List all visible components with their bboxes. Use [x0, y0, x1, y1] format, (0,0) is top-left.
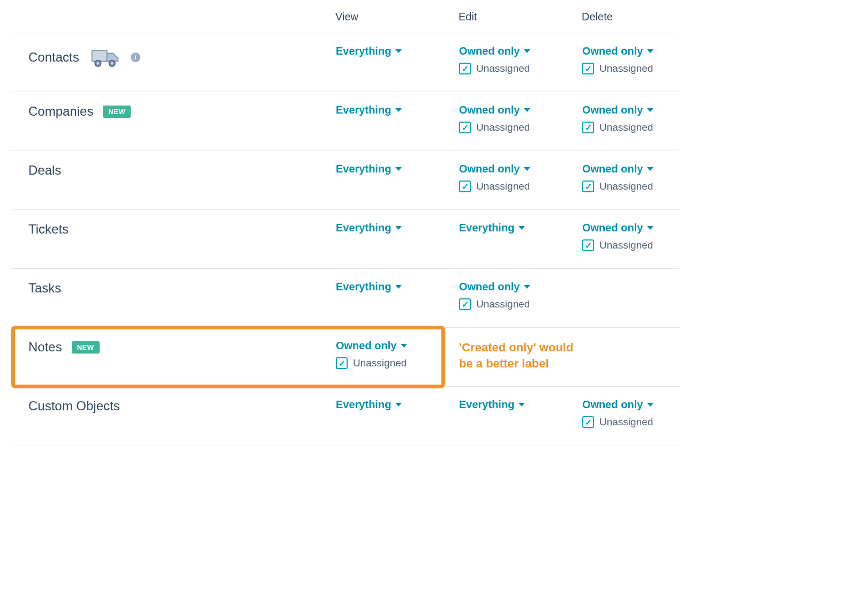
- caret-down-icon: [518, 403, 525, 407]
- delete-unassigned-option: ✓ Unassigned: [582, 416, 691, 428]
- dropdown-label: Owned only: [459, 163, 520, 175]
- delete-permission-dropdown[interactable]: Owned only: [582, 222, 691, 234]
- view-permission-dropdown[interactable]: Everything: [336, 45, 456, 57]
- checkbox-icon[interactable]: ✓: [582, 416, 594, 428]
- permissions-table: View Edit Delete Contacts i Everything O…: [11, 11, 680, 446]
- checkbox-label: Unassigned: [476, 63, 530, 74]
- delete-permission-dropdown[interactable]: Owned only: [582, 104, 691, 116]
- row-label-cell: CompaniesNEW: [11, 104, 333, 119]
- view-permission-dropdown[interactable]: Everything: [336, 281, 456, 293]
- caret-down-icon: [524, 49, 530, 53]
- delete-unassigned-option: ✓ Unassigned: [582, 63, 691, 74]
- caret-down-icon: [395, 226, 402, 230]
- checkbox-label: Unassigned: [476, 181, 530, 192]
- view-cell: Everything: [333, 399, 456, 411]
- checkbox-icon[interactable]: ✓: [459, 63, 471, 74]
- caret-down-icon: [518, 226, 525, 230]
- delete-cell: Owned only ✓ Unassigned: [579, 399, 691, 428]
- edit-unassigned-option: ✓ Unassigned: [459, 63, 579, 74]
- checkbox-icon[interactable]: ✓: [459, 181, 471, 192]
- caret-down-icon: [647, 108, 653, 112]
- new-badge: NEW: [103, 106, 131, 118]
- svg-point-4: [111, 62, 114, 65]
- edit-permission-dropdown[interactable]: Owned only: [459, 163, 579, 175]
- table-row: Tasks Everything Owned only ✓ Unassigned: [11, 269, 680, 328]
- dropdown-label: Owned only: [582, 45, 643, 57]
- column-header-delete: Delete: [578, 11, 691, 23]
- table-row: Deals Everything Owned only ✓ Unassigned…: [11, 151, 680, 210]
- delete-unassigned-option: ✓ Unassigned: [582, 122, 691, 133]
- checkbox-icon[interactable]: ✓: [582, 63, 594, 74]
- caret-down-icon: [395, 108, 402, 112]
- edit-unassigned-option: ✓ Unassigned: [459, 181, 579, 192]
- object-name: Custom Objects: [28, 399, 120, 414]
- checkbox-label: Unassigned: [599, 416, 653, 428]
- delete-unassigned-option: ✓ Unassigned: [582, 181, 691, 192]
- edit-cell: Everything: [456, 399, 579, 411]
- checkbox-label: Unassigned: [599, 181, 653, 192]
- delete-permission-dropdown[interactable]: Owned only: [582, 399, 691, 411]
- edit-permission-dropdown[interactable]: Everything: [459, 222, 579, 234]
- edit-cell: Owned only ✓ Unassigned: [456, 45, 579, 74]
- checkbox-label: Unassigned: [476, 298, 530, 310]
- checkbox-label: Unassigned: [599, 63, 653, 74]
- view-permission-dropdown[interactable]: Everything: [336, 399, 456, 411]
- caret-down-icon: [647, 49, 653, 53]
- truck-icon: [89, 45, 121, 70]
- dropdown-label: Everything: [336, 45, 391, 57]
- caret-down-icon: [647, 403, 653, 407]
- caret-down-icon: [395, 49, 402, 53]
- svg-point-2: [96, 62, 99, 65]
- column-header-view: View: [332, 11, 455, 23]
- caret-down-icon: [524, 285, 530, 289]
- caret-down-icon: [395, 285, 402, 289]
- delete-permission-dropdown[interactable]: Owned only: [582, 45, 691, 57]
- edit-permission-dropdown[interactable]: Owned only: [459, 45, 579, 57]
- dropdown-label: Everything: [459, 222, 514, 234]
- table-row: NotesNEW Owned only ✓ Unassigned 'Create…: [11, 328, 680, 387]
- edit-permission-dropdown[interactable]: Owned only: [459, 104, 579, 116]
- view-permission-dropdown[interactable]: Everything: [336, 163, 456, 175]
- checkbox-icon[interactable]: ✓: [582, 122, 594, 133]
- row-label-cell: Deals: [11, 163, 333, 178]
- checkbox-icon[interactable]: ✓: [336, 357, 348, 369]
- view-permission-dropdown[interactable]: Everything: [336, 104, 456, 116]
- row-label-cell: NotesNEW: [11, 340, 333, 355]
- checkbox-label: Unassigned: [599, 239, 653, 251]
- info-icon[interactable]: i: [131, 52, 140, 62]
- caret-down-icon: [524, 108, 530, 112]
- view-permission-dropdown[interactable]: Owned only: [336, 340, 456, 352]
- checkbox-label: Unassigned: [476, 122, 530, 133]
- checkbox-icon[interactable]: ✓: [459, 122, 471, 133]
- table-body: Contacts i Everything Owned only ✓ Unass…: [11, 33, 680, 446]
- dropdown-label: Owned only: [582, 104, 643, 116]
- table-header-row: View Edit Delete: [11, 11, 680, 33]
- view-unassigned-option: ✓ Unassigned: [336, 357, 456, 369]
- delete-permission-dropdown[interactable]: Owned only: [582, 163, 691, 175]
- row-label-cell: Tickets: [11, 222, 333, 237]
- delete-cell: Owned only ✓ Unassigned: [579, 104, 691, 133]
- dropdown-label: Owned only: [459, 104, 520, 116]
- caret-down-icon: [395, 403, 402, 407]
- view-cell: Everything: [333, 104, 456, 116]
- object-name: Contacts: [28, 50, 79, 65]
- object-name: Tasks: [28, 281, 61, 296]
- edit-permission-dropdown[interactable]: Everything: [459, 399, 579, 411]
- dropdown-label: Owned only: [336, 340, 396, 352]
- delete-unassigned-option: ✓ Unassigned: [582, 239, 691, 251]
- dropdown-label: Owned only: [582, 222, 643, 234]
- edit-cell: Owned only ✓ Unassigned: [456, 104, 579, 133]
- edit-permission-dropdown[interactable]: Owned only: [459, 281, 579, 293]
- dropdown-label: Owned only: [582, 399, 643, 411]
- checkbox-icon[interactable]: ✓: [582, 239, 594, 251]
- dropdown-label: Everything: [336, 222, 391, 234]
- dropdown-label: Everything: [336, 399, 391, 411]
- edit-unassigned-option: ✓ Unassigned: [459, 122, 579, 133]
- view-permission-dropdown[interactable]: Everything: [336, 222, 456, 234]
- table-row: CompaniesNEW Everything Owned only ✓ Una…: [11, 92, 680, 151]
- edit-cell: Owned only ✓ Unassigned: [456, 163, 579, 192]
- checkbox-icon[interactable]: ✓: [459, 298, 471, 310]
- new-badge: NEW: [72, 341, 100, 354]
- view-cell: Everything: [333, 281, 456, 293]
- checkbox-icon[interactable]: ✓: [582, 181, 594, 192]
